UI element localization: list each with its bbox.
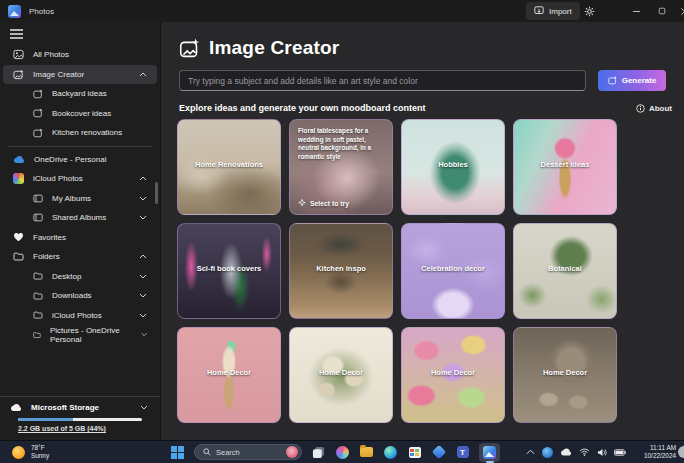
sidebar-nav: All Photos Image Creator Backyard ideas: [0, 45, 160, 345]
cloud-icon: [10, 403, 22, 412]
chevron-down-icon: [141, 332, 147, 337]
notification-button-partial[interactable]: [678, 446, 684, 458]
import-icon: [534, 6, 544, 16]
idea-card-home-decor-2[interactable]: Home Decor: [289, 327, 393, 423]
chevron-up-icon: [139, 254, 147, 259]
security-shield-icon[interactable]: [542, 447, 553, 458]
generate-button[interactable]: Generate: [598, 70, 666, 91]
storage-progress-fill: [18, 418, 73, 421]
chevron-down-icon: [139, 274, 147, 279]
icloud-photos-icon: [13, 173, 24, 184]
chevron-down-icon: [139, 313, 147, 318]
idea-card-scifi-book-covers[interactable]: Sci-fi book covers: [177, 223, 281, 319]
photos-icon: [483, 446, 496, 459]
onedrive-tray-icon[interactable]: [560, 448, 572, 456]
sidebar-item-label: Backyard ideas: [52, 89, 107, 98]
battery-icon[interactable]: [614, 449, 626, 456]
idea-card-dessert-ideas[interactable]: Dessert ideas: [513, 119, 617, 215]
sidebar-item-label: My Albums: [52, 194, 91, 203]
about-button[interactable]: About: [636, 104, 672, 113]
menu-toggle-button[interactable]: [10, 29, 23, 39]
album-icon: [33, 194, 43, 203]
sidebar-item-all-photos[interactable]: All Photos: [3, 45, 157, 65]
sidebar-item-image-creator[interactable]: Image Creator: [3, 65, 157, 85]
idea-card-botanical[interactable]: Botanical: [513, 223, 617, 319]
chevron-down-icon: [140, 405, 148, 410]
wifi-icon[interactable]: [579, 448, 590, 456]
sidebar-item-label: Bookcover ideas: [52, 109, 111, 118]
clock-date: 10/22/2024: [644, 452, 676, 459]
sidebar-scrollbar[interactable]: [155, 182, 158, 204]
folder-icon: [33, 292, 43, 300]
sidebar-item-label: Pictures - OneDrive Personal: [50, 326, 132, 344]
microsoft-store-icon: [409, 447, 421, 458]
image-creator-icon: [33, 89, 43, 99]
maximize-button[interactable]: [650, 0, 674, 22]
sidebar-item-favorites[interactable]: Favorites: [3, 228, 157, 248]
page-title: Image Creator: [209, 37, 339, 59]
sidebar-item-pictures-onedrive[interactable]: Pictures - OneDrive Personal: [3, 325, 157, 345]
sidebar-separator: [8, 146, 152, 147]
idea-card-home-renovations[interactable]: Home Renovations: [177, 119, 281, 215]
photos-taskbar-button-active[interactable]: [479, 443, 500, 462]
album-icon: [33, 213, 43, 222]
sidebar-item-downloads[interactable]: Downloads: [3, 286, 157, 306]
sidebar-item-icloud-photos-folder[interactable]: iCloud Photos: [3, 306, 157, 326]
sidebar-item-shared-albums[interactable]: Shared Albums: [3, 208, 157, 228]
sidebar-item-icloud-photos[interactable]: iCloud Photos: [3, 169, 157, 189]
idea-card-home-decor-3[interactable]: Home Decor: [401, 327, 505, 423]
storage-header[interactable]: Microsoft Storage: [0, 403, 160, 412]
idea-card-home-decor-4[interactable]: Home Decor: [513, 327, 617, 423]
weather-widget[interactable]: 78°F Sunny: [12, 444, 49, 460]
onedrive-cloud-icon: [13, 155, 25, 164]
photo-icon: [13, 49, 24, 60]
edge-icon: [384, 446, 397, 459]
copilot-icon: [336, 446, 349, 459]
storage-usage-link[interactable]: 2.2 GB used of 5 GB (44%): [18, 425, 160, 432]
settings-gear-button[interactable]: [578, 2, 600, 20]
sidebar-item-backyard-ideas[interactable]: Backyard ideas: [3, 84, 157, 104]
file-explorer-button[interactable]: [359, 445, 374, 460]
sidebar-item-kitchen-renovations[interactable]: Kitchen renovations: [3, 123, 157, 143]
sidebar-item-my-albums[interactable]: My Albums: [3, 189, 157, 209]
system-tray: [526, 447, 626, 458]
idea-card-kitchen-inspo[interactable]: Kitchen inspo: [289, 223, 393, 319]
clock[interactable]: 11:11 AM 10/22/2024: [644, 444, 676, 461]
idea-card-home-decor-1[interactable]: Home Decor: [177, 327, 281, 423]
titlebar: Photos Import: [0, 0, 684, 22]
sidebar-item-label: Kitchen renovations: [52, 128, 122, 137]
task-view-button[interactable]: [311, 445, 326, 460]
teams-button[interactable]: T: [455, 445, 470, 460]
photos-app-icon: [8, 5, 21, 18]
minimize-button[interactable]: [624, 0, 648, 22]
wand-icon: [298, 199, 306, 207]
idea-card-floral-prompt[interactable]: Floral tablescapes for a wedding in soft…: [289, 119, 393, 215]
start-button[interactable]: [170, 445, 185, 460]
chevron-down-icon: [139, 293, 147, 298]
edge-button[interactable]: [383, 445, 398, 460]
close-button[interactable]: [672, 0, 684, 22]
select-to-try[interactable]: Select to try: [298, 199, 384, 207]
storage-label: Microsoft Storage: [31, 403, 99, 412]
sidebar-item-label: All Photos: [33, 50, 69, 59]
tray-chevron-up-icon[interactable]: [526, 449, 535, 455]
sidebar-item-label: Shared Albums: [52, 213, 106, 222]
sidebar-item-desktop[interactable]: Desktop: [3, 267, 157, 287]
taskbar-search[interactable]: Search: [194, 444, 302, 460]
task-view-icon: [312, 446, 325, 459]
clock-time: 11:11 AM: [650, 444, 676, 451]
sidebar-item-folders[interactable]: Folders: [3, 247, 157, 267]
idea-card-hobbies[interactable]: Hobbies: [401, 119, 505, 215]
copilot-button[interactable]: [335, 445, 350, 460]
outlook-icon: [431, 445, 445, 459]
microsoft-store-button[interactable]: [407, 445, 422, 460]
image-creator-icon: [33, 128, 43, 138]
volume-icon[interactable]: [597, 448, 607, 457]
outlook-button[interactable]: [431, 445, 446, 460]
idea-card-celebration-decor[interactable]: Celebration decor: [401, 223, 505, 319]
sidebar-item-onedrive-personal[interactable]: OneDrive - Personal: [3, 150, 157, 170]
import-button[interactable]: Import: [526, 2, 580, 20]
main-content: Image Creator Generate Explore ideas and…: [160, 22, 684, 440]
sidebar-item-bookcover-ideas[interactable]: Bookcover ideas: [3, 104, 157, 124]
prompt-input[interactable]: [179, 70, 586, 91]
